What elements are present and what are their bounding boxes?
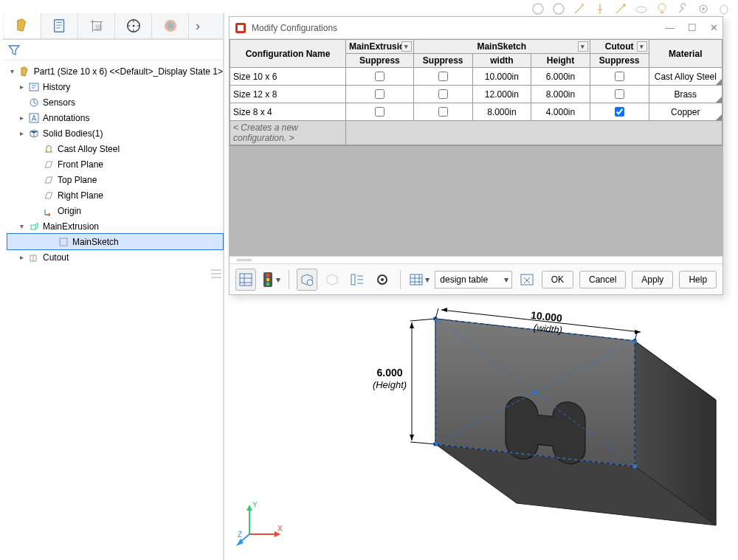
tb-excel-link[interactable] — [517, 269, 537, 291]
view-triad[interactable]: Y X Z — [236, 496, 288, 547]
tree-item-label: Top Plane — [58, 175, 97, 185]
col-config-name[interactable]: Configuration Name — [230, 40, 346, 68]
help-button[interactable]: Help — [679, 271, 717, 288]
col-suppress-cut[interactable]: Suppress — [590, 54, 649, 68]
maximize-button[interactable]: ☐ — [688, 22, 697, 33]
cell-material[interactable]: Cast Alloy Steel — [649, 68, 722, 86]
tb-table[interactable]: ▾ — [408, 269, 430, 291]
tree-item-sensors[interactable]: Sensors — [7, 94, 223, 110]
col-suppress-ms[interactable]: Suppress — [413, 54, 472, 68]
feature-manager-tab[interactable] — [4, 13, 41, 38]
tree-item-annotations[interactable]: ▸ A Annotations — [7, 110, 223, 125]
tabs-overflow[interactable]: › — [189, 13, 207, 38]
chevron-right-icon[interactable]: ▸ — [18, 114, 25, 122]
tree-item-material[interactable]: Cast Alloy Steel — [7, 141, 223, 156]
tree-item-origin[interactable]: Origin — [7, 203, 223, 218]
col-width[interactable]: width — [472, 54, 531, 68]
cell-material[interactable]: Copper — [649, 103, 722, 121]
table-row[interactable]: Size 10 x 610.000in6.000inCast Alloy Ste… — [230, 68, 723, 86]
tree-item-history[interactable]: ▸ History — [7, 79, 223, 94]
chevron-down-icon[interactable]: ▾ — [9, 67, 16, 75]
design-table-select[interactable]: design table — [435, 271, 511, 288]
minimize-button[interactable]: — — [665, 22, 675, 33]
graphics-viewport[interactable]: 10.000 (width) 6.000 (Height) Y X Z — [229, 289, 731, 555]
tb-box1[interactable] — [297, 269, 317, 291]
tb-table-format[interactable] — [235, 269, 256, 291]
cell-suppress-me[interactable] — [346, 68, 414, 86]
cell-suppress-cut[interactable] — [590, 103, 649, 121]
cell-material[interactable]: Brass — [649, 86, 722, 103]
cancel-button[interactable]: Cancel — [579, 271, 626, 288]
tb-list[interactable] — [347, 269, 368, 291]
col-height[interactable]: Height — [531, 54, 590, 68]
cell-suppress-ms[interactable] — [413, 68, 472, 86]
toolbar-icon-1[interactable] — [531, 2, 545, 15]
cell-suppress-me[interactable] — [346, 103, 414, 121]
bug-icon[interactable] — [717, 2, 731, 15]
dropdown-icon[interactable]: ▾ — [637, 41, 647, 52]
dimxpert-tab[interactable] — [115, 13, 152, 38]
chevron-right-icon[interactable]: ▸ — [18, 83, 25, 91]
svg-rect-19 — [238, 25, 244, 31]
chevron-right-icon[interactable]: ▸ — [18, 129, 25, 137]
svg-point-7 — [720, 5, 728, 14]
gear-icon[interactable] — [697, 2, 710, 15]
cell-width[interactable]: 10.000in — [472, 68, 531, 86]
dropdown-icon[interactable]: ▾ — [578, 41, 588, 52]
pin-icon[interactable] — [593, 2, 607, 15]
panel-splitter-handle[interactable] — [210, 267, 224, 282]
tree-root[interactable]: ▾ Part1 (Size 10 x 6) <<Default>_Display… — [7, 63, 223, 79]
new-config-cell[interactable]: < Creates a new configuration. > — [230, 121, 346, 145]
magic-icon[interactable] — [614, 2, 627, 15]
property-manager-tab[interactable] — [41, 13, 78, 38]
tree-item-right-plane[interactable]: Right Plane — [7, 187, 223, 203]
tree-item-front-plane[interactable]: Front Plane — [7, 156, 223, 172]
tree-item-main-sketch[interactable]: MainSketch — [7, 234, 223, 249]
dropdown-icon[interactable]: ▾ — [401, 41, 412, 52]
cloud-icon[interactable] — [635, 2, 648, 15]
bulb-icon[interactable] — [655, 2, 669, 15]
filter-icon[interactable] — [7, 44, 21, 57]
apply-button[interactable]: Apply — [632, 271, 673, 288]
col-main-sketch[interactable]: MainSketch▾ — [413, 40, 590, 54]
table-row[interactable]: Size 12 x 812.000in8.000inBrass — [230, 86, 723, 103]
chevron-right-icon[interactable]: ▸ — [18, 253, 25, 261]
cell-name[interactable]: Size 12 x 8 — [230, 86, 346, 103]
tree-item-cutout[interactable]: ▸ Cutout — [7, 249, 223, 265]
dimension-height[interactable]: 6.000 (Height) — [373, 319, 435, 444]
display-manager-tab[interactable] — [152, 13, 189, 38]
configuration-manager-tab[interactable] — [78, 13, 115, 38]
cell-suppress-cut[interactable] — [590, 68, 649, 86]
wrench-icon[interactable] — [676, 2, 689, 15]
close-button[interactable]: ✕ — [710, 22, 718, 33]
tree-item-solid-bodies[interactable]: ▸ Solid Bodies(1) — [7, 125, 223, 141]
tb-box2[interactable] — [322, 269, 342, 291]
toolbar-icon-2[interactable] — [552, 2, 565, 15]
cell-suppress-cut[interactable] — [590, 86, 649, 103]
cell-width[interactable]: 8.000in — [472, 103, 531, 121]
cell-suppress-ms[interactable] — [413, 86, 472, 103]
table-row[interactable]: Size 8 x 48.000in4.000inCopper — [230, 103, 723, 121]
cell-name[interactable]: Size 8 x 4 — [230, 103, 346, 121]
tb-gear[interactable] — [372, 269, 393, 291]
cell-height[interactable]: 8.000in — [531, 86, 590, 103]
ok-button[interactable]: OK — [542, 271, 573, 288]
col-main-extrusion[interactable]: MainExtrusion▾ — [346, 40, 414, 54]
svg-point-23 — [266, 277, 270, 281]
dialog-titlebar[interactable]: Modify Configurations — ☐ ✕ — [230, 17, 723, 39]
cell-suppress-ms[interactable] — [413, 103, 472, 121]
col-suppress-me[interactable]: Suppress — [346, 54, 414, 68]
dialog-splitter[interactable] — [230, 256, 723, 263]
col-cutout[interactable]: Cutout▾ — [590, 40, 649, 54]
cell-height[interactable]: 6.000in — [531, 68, 590, 86]
chevron-down-icon[interactable]: ▾ — [18, 222, 25, 230]
tree-item-main-extrusion[interactable]: ▾ MainExtrusion — [7, 218, 223, 234]
cell-name[interactable]: Size 10 x 6 — [230, 68, 346, 86]
col-material[interactable]: Material — [649, 40, 722, 68]
tb-traffic-light[interactable]: ▾ — [261, 269, 281, 291]
cell-height[interactable]: 4.000in — [531, 103, 590, 121]
wand-icon[interactable] — [573, 2, 586, 15]
cell-width[interactable]: 12.000in — [472, 86, 531, 103]
tree-item-top-plane[interactable]: Top Plane — [7, 172, 223, 187]
cell-suppress-me[interactable] — [346, 86, 414, 103]
